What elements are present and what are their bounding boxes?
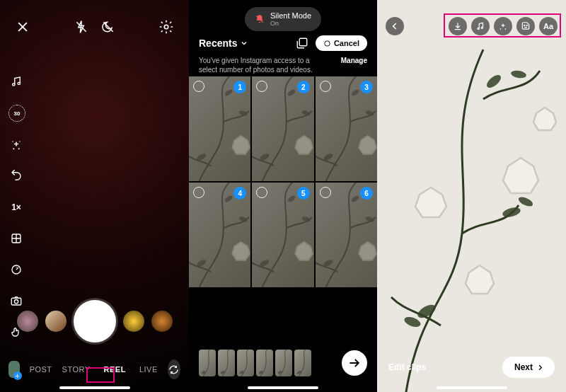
camera-top-row	[0, 18, 189, 35]
night-off-icon[interactable]	[100, 18, 117, 35]
effect-thumb[interactable]	[123, 311, 144, 332]
preview-image	[377, 0, 566, 392]
selection-badge: 6	[360, 187, 373, 200]
effect-thumb[interactable]	[17, 311, 38, 332]
clip-thumbnail[interactable]	[256, 350, 273, 376]
selection-badge: 2	[297, 81, 310, 93]
mode-story[interactable]: STORY	[62, 365, 91, 374]
music-icon[interactable]	[471, 17, 490, 35]
gallery-button[interactable]	[8, 361, 20, 378]
svg-rect-33	[377, 0, 566, 392]
selection-badge: 5	[297, 187, 310, 200]
banner-subtitle: On	[270, 20, 311, 27]
silent-mode-banner: Silent Mode On	[245, 7, 321, 31]
close-icon[interactable]	[14, 18, 31, 35]
svg-point-2	[18, 82, 20, 84]
manage-button[interactable]: Manage	[341, 57, 367, 66]
mode-row: POST STORY REEL LIVE	[0, 359, 189, 379]
home-indicator	[248, 386, 318, 389]
zoom-label[interactable]: 1×	[8, 200, 24, 215]
svg-point-11	[224, 88, 233, 97]
effect-thumb[interactable]	[45, 311, 67, 332]
media-thumbnail[interactable]: 1	[189, 76, 250, 181]
banner-title: Silent Mode	[270, 11, 311, 20]
svg-point-43	[526, 25, 527, 25]
clip-thumbnail[interactable]	[199, 350, 216, 376]
mode-live[interactable]: LIVE	[139, 365, 158, 374]
sticker-icon[interactable]	[516, 17, 535, 35]
shutter-button[interactable]	[74, 300, 116, 342]
mode-reel[interactable]: REEL	[100, 364, 129, 375]
permission-text: You've given Instagram access to a selec…	[199, 57, 326, 74]
clip-thumbnail[interactable]	[275, 350, 292, 376]
album-selector[interactable]: Recents	[199, 38, 248, 49]
select-radio-icon	[320, 187, 331, 198]
home-indicator	[59, 386, 130, 389]
home-indicator	[437, 386, 507, 389]
flip-camera-icon[interactable]	[168, 359, 180, 379]
media-thumbnail[interactable]: 2	[252, 76, 313, 181]
download-icon[interactable]	[449, 17, 467, 35]
next-button[interactable]: Next	[502, 357, 555, 378]
text-icon[interactable]: Aa	[539, 17, 558, 35]
media-thumbnail[interactable]: 5	[252, 183, 313, 287]
edit-tools: Aa	[449, 17, 558, 35]
speed-icon[interactable]	[8, 262, 24, 277]
effect-thumb[interactable]	[151, 311, 173, 332]
music-icon[interactable]	[8, 74, 24, 89]
svg-point-8	[325, 40, 330, 45]
camera-screen: 30 1× POST STORY REEL LIVE	[0, 0, 189, 392]
cancel-button[interactable]: Cancel	[316, 35, 367, 51]
capture-row	[0, 300, 189, 342]
effects-icon[interactable]	[8, 137, 24, 153]
edit-clips-button[interactable]: Edit clips	[388, 362, 426, 372]
clip-thumbnail[interactable]	[218, 350, 235, 376]
proceed-button[interactable]	[342, 350, 367, 376]
duration-badge[interactable]: 30	[8, 105, 25, 122]
flash-off-icon[interactable]	[73, 18, 90, 35]
clip-thumbnail[interactable]	[237, 350, 254, 376]
layout-icon[interactable]	[8, 231, 24, 246]
svg-point-20	[224, 195, 233, 203]
svg-point-14	[287, 88, 297, 97]
mode-post[interactable]: POST	[30, 365, 52, 374]
selection-badge: 3	[360, 81, 373, 93]
settings-icon[interactable]	[158, 18, 175, 35]
media-picker-screen: Silent Mode On Recents Cancel You've giv…	[189, 0, 377, 392]
svg-point-26	[350, 195, 360, 203]
select-radio-icon	[193, 81, 204, 92]
svg-rect-7	[299, 38, 307, 46]
svg-point-1	[13, 83, 15, 86]
media-thumbnail[interactable]: 6	[316, 183, 377, 287]
selected-clips-strip	[189, 350, 377, 376]
chevron-down-icon	[240, 39, 248, 47]
select-radio-icon	[320, 81, 331, 92]
multi-select-icon[interactable]	[296, 37, 308, 50]
back-button[interactable]	[386, 17, 404, 35]
media-grid: 123456	[189, 76, 377, 287]
edit-screen: Aa Edit clips Next	[377, 0, 566, 392]
media-thumbnail[interactable]: 4	[189, 183, 250, 287]
svg-point-42	[524, 25, 525, 25]
select-radio-icon	[193, 187, 204, 198]
svg-point-23	[287, 195, 297, 203]
clip-thumbnail[interactable]	[294, 350, 311, 376]
svg-point-17	[350, 88, 360, 97]
effects-icon[interactable]	[494, 17, 512, 35]
undo-icon[interactable]	[8, 168, 24, 184]
svg-point-0	[164, 25, 168, 29]
permission-notice: You've given Instagram access to a selec…	[189, 57, 377, 74]
svg-point-40	[478, 28, 479, 29]
media-thumbnail[interactable]: 3	[316, 76, 377, 181]
svg-point-41	[481, 27, 483, 28]
